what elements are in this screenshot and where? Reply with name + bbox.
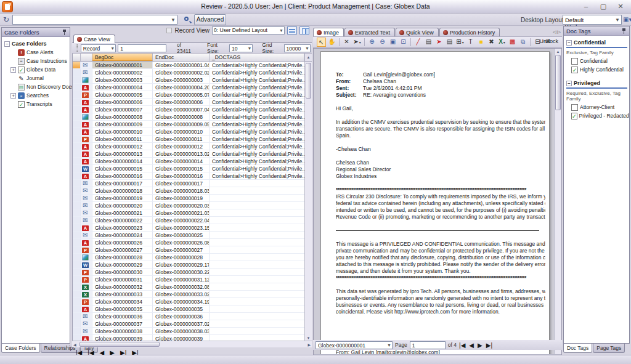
tree-item-searches[interactable]: + ⌕ Searches [10,91,68,100]
tree-item-transcripts[interactable]: ✓ Transcripts [10,100,68,108]
tag-item-attorney-client[interactable]: Attorney-Client [571,103,627,111]
enddoc-cell[interactable]: Globex-0000000009.05 [153,121,210,127]
tree-item-globex-data[interactable]: + ✓ Globex Data [10,65,68,74]
doctags-cell[interactable] [210,283,312,290]
table-row[interactable]: A Globex-0000000035 Globex-0000000035 [73,305,312,313]
doctags-cell[interactable] [210,209,312,216]
enddoc-cell[interactable]: Globex-0000000018.03 [153,187,210,194]
table-row[interactable]: A Globex-0000000009 Globex-0000000009.05… [73,121,312,128]
tab-case-folders[interactable]: Case Folders [1,344,40,353]
row-selector[interactable] [73,328,81,334]
doctags-cell[interactable] [210,224,312,231]
close-button[interactable]: ✕ [613,2,629,12]
maximize-button[interactable]: ▢ [595,2,611,12]
doctags-cell[interactable]: Confidential>Highly Confidential;Privile… [210,135,312,142]
begdoc-cell[interactable]: Globex-0000000001 [92,62,153,68]
row-selector[interactable] [73,91,81,98]
doctags-column-header[interactable]: _DOCTAGS [210,54,304,61]
begdoc-cell[interactable]: Globex-0000000013 [92,150,153,157]
collapse-icon[interactable]: − [4,41,10,47]
row-selector[interactable] [73,261,81,268]
begdoc-cell[interactable]: Globex-0000000036 [92,313,153,320]
arrow-note-tool[interactable]: ▤ [445,38,454,47]
enddoc-cell[interactable]: Globex-0000000036 [153,313,210,320]
expand-icon[interactable] [10,84,16,90]
doctags-cell[interactable]: Confidential>Highly Confidential;Privile… [210,143,312,150]
zoom-out-tool[interactable]: ⊖ [378,38,387,47]
fit-image-tool[interactable]: ▣ [388,38,397,47]
tag-group-header[interactable]: − Privileged [566,80,627,89]
row-selector[interactable] [73,143,81,150]
table-row[interactable]: A Globex-0000000004 Globex-0000000004.20… [73,84,312,91]
enddoc-cell[interactable]: Globex-0000000014 [153,158,210,164]
enddoc-cell[interactable]: Globex-0000000030.22 [153,269,210,275]
enddoc-column-header[interactable]: EndDoc [153,54,210,61]
enddoc-cell[interactable]: Globex-0000000025 [153,232,210,238]
begdoc-cell[interactable]: Globex-0000000003 [92,76,153,83]
begdoc-cell[interactable]: Globex-0000000009 [92,121,153,127]
unchecked-checkbox-icon[interactable] [571,104,578,111]
row-selector[interactable] [73,254,81,261]
line-annotation-tool[interactable]: ╱ [413,38,423,47]
enddoc-cell[interactable]: Globex-0000000038.03 [153,328,210,334]
row-selector[interactable] [73,69,81,76]
row-selector[interactable] [73,113,81,120]
row-selector[interactable] [73,291,81,297]
table-row[interactable]: ✉ Globex-0000000038 Globex-0000000038.03 [73,328,312,335]
save-layout-icon[interactable]: ▣▾ [623,16,631,23]
begdoc-cell[interactable]: Globex-0000000002 [92,69,153,76]
begdoc-cell[interactable]: Globex-0000000021 [92,209,153,216]
row-selector[interactable] [73,298,81,305]
doctags-cell[interactable] [210,195,312,201]
doctags-cell[interactable]: Confidential>Highly Confidential;Privile… [210,106,312,113]
scrollbar-thumb[interactable] [555,55,561,110]
begdoc-cell[interactable]: Globex-0000000015 [92,165,153,172]
row-selector[interactable] [73,172,81,179]
scroll-up-arrow-icon[interactable]: ▲ [304,54,312,61]
begdoc-cell[interactable]: Globex-0000000018 [92,187,153,194]
tab-page-tags[interactable]: Page Tags [593,344,625,353]
table-row[interactable]: A Globex-0000000039 Globex-0000000039 [73,335,312,341]
row-selector[interactable] [73,84,81,91]
horizontal-layout-toggle[interactable] [287,26,297,34]
enddoc-cell[interactable]: Globex-0000000026.08 [153,239,210,246]
doctags-cell[interactable] [210,328,312,334]
begdoc-cell[interactable]: Globex-0000000030 [92,269,153,275]
begdoc-cell[interactable]: Globex-0000000016 [92,172,153,179]
tag-item-highly-confidential[interactable]: ✓ Highly Confidential [571,65,627,74]
enddoc-cell[interactable]: Globex-0000000001.04 [153,62,210,68]
record-view-checkbox[interactable] [166,28,172,33]
annotation-select-tool[interactable]: ➤▾ [352,38,362,47]
enddoc-cell[interactable]: Globex-0000000029.17 [153,261,210,268]
begdoc-cell[interactable]: Globex-0000000020 [92,202,153,209]
row-selector[interactable] [73,335,81,341]
enddoc-cell[interactable]: Globex-0000000017 [153,180,210,187]
row-selector[interactable] [73,135,81,142]
tab-quick-view[interactable]: Quick View [396,28,439,36]
tag-item-confidential[interactable]: Confidential [571,57,627,65]
pin-icon[interactable] [621,28,627,34]
row-selector[interactable] [73,313,81,320]
doctags-cell[interactable]: Confidential>Highly Confidential;Privile… [210,84,312,91]
begdoc-cell[interactable]: Globex-0000000010 [92,128,153,135]
row-selector[interactable] [73,246,81,253]
row-selector[interactable] [73,269,81,275]
record-view-select[interactable]: 0: User Defined Layout▼ [212,26,285,34]
document-id-select[interactable]: Globex-0000000001▼ [316,341,393,349]
begdoc-cell[interactable]: Globex-0000000037 [92,320,153,327]
row-selector[interactable] [73,187,81,194]
row-selector[interactable] [73,99,81,105]
scroll-down-arrow-icon[interactable]: ▼ [305,336,312,340]
expand-icon[interactable] [10,102,16,107]
record-mode-select[interactable]: Record▼ [81,44,116,52]
scrollbar-thumb[interactable] [79,342,160,347]
row-selector[interactable] [73,128,81,135]
row-selector[interactable] [73,224,81,231]
table-row[interactable]: Globex-0000000003 Globex-0000000003 Conf… [73,76,312,84]
last-page-button[interactable]: ▶| [486,342,492,349]
chevron-down-icon[interactable]: ▼ [171,17,176,23]
table-row[interactable]: A Globex-0000000010 Globex-0000000010 Co… [73,128,312,135]
doctags-cell[interactable]: Confidential>Highly Confidential;Privile… [210,76,312,83]
table-row[interactable]: P Globex-0000000011 Globex-0000000011 Co… [73,135,312,143]
table-row[interactable]: A Globex-0000000006 Globex-0000000006 Co… [73,99,312,106]
